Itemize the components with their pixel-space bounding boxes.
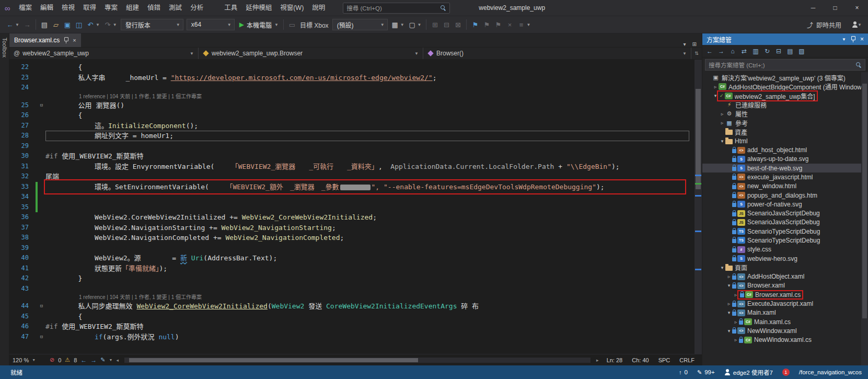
code-line-31[interactable]: 31 環境。設定 EnvyronmentVariable( 「WEBVIEW2_… <box>9 162 702 172</box>
solution-platform-combo[interactable]: x64▼ <box>187 19 235 30</box>
menu-project[interactable]: 專案 <box>100 0 122 16</box>
tree-item-power-of-native-svg[interactable]: Spower-of-native.svg <box>702 200 868 209</box>
line-number[interactable]: 37 <box>9 223 36 233</box>
tree-item-item[interactable]: ▹⚙屬性 <box>702 109 868 118</box>
menu-test[interactable]: 測試 <box>165 0 186 16</box>
project-dropdown[interactable]: @ webview2_sample_uwp ▼ <box>9 48 199 59</box>
menu-tools[interactable]: 工具 <box>220 0 241 16</box>
tree-item-style-css[interactable]: #style.css <box>702 245 868 254</box>
code-line-30[interactable]: 30#if 使用_WEBVIEW2_斯莫斯特 <box>9 151 702 162</box>
expander-icon[interactable]: ▹ <box>733 337 739 342</box>
dropdown-caret-icon[interactable]: ▼ <box>526 22 530 27</box>
current-branch[interactable]: /force_navigation_wcos <box>799 369 862 375</box>
expander-icon[interactable]: ▾ <box>726 328 732 334</box>
open-file-icon[interactable]: ▱ <box>50 21 62 29</box>
tree-item-newwindow-xaml-cs[interactable]: ▹C#NewWindow.xaml.cs <box>702 336 868 344</box>
tree-item-add-host-object-html[interactable]: <>add_host_object.html <box>702 145 868 154</box>
liveshare-session[interactable]: edge2 使用者7 <box>724 368 773 376</box>
error-icon[interactable]: ⊘ <box>50 357 54 363</box>
line-number[interactable]: 33 <box>9 182 36 192</box>
line-number[interactable]: 43 <box>9 284 36 294</box>
code-line-44[interactable]: 44⊟ 私人同步處理無效 WebView2_CoreWebView2Initia… <box>9 301 702 312</box>
tree-item-addhostobject-xaml[interactable]: ▹<>AddHostObject.xaml <box>702 272 868 281</box>
line-number[interactable]: 47 <box>9 332 36 342</box>
save-icon[interactable]: ▣ <box>62 21 73 29</box>
close-button[interactable]: × <box>846 0 868 16</box>
tree-scrollbar[interactable] <box>861 72 868 365</box>
error-count[interactable]: 0 <box>58 357 61 363</box>
code-line-28[interactable]: 28 網址列文字 = homeUr1; <box>9 131 702 141</box>
dropdown-caret-icon[interactable]: ▼ <box>400 22 404 27</box>
undo-icon[interactable]: ↶ <box>85 21 96 29</box>
tree-item-browser-xaml[interactable]: ▾<>Browser.xaml <box>702 281 868 290</box>
tree-item-html[interactable]: ▾Html <box>702 136 868 145</box>
code-line-40[interactable]: 40 WebView2。源 = 新 Uri(AddressBar.Text); <box>9 253 702 263</box>
scrollbar-thumb[interactable] <box>129 358 418 362</box>
member-dropdown[interactable]: Browser() ▼ <box>423 48 691 59</box>
column-indicator[interactable]: Ch: 40 <box>632 357 649 363</box>
line-number[interactable]: 46 <box>9 321 36 332</box>
tree-item-popups-and-dialogs-htm[interactable]: <>popups_and_dialogs.htm <box>702 191 868 200</box>
refresh-icon[interactable]: ↻ <box>762 48 772 55</box>
code-line-36[interactable]: 36 WebView2.CoreWebView2Initialized += W… <box>9 212 702 223</box>
scroll-left-icon[interactable]: ◂ <box>117 358 119 363</box>
code-line-39[interactable]: 39 <box>9 243 702 254</box>
menu-build[interactable]: 組建 <box>122 0 143 16</box>
tree-item-scenariojavascriptdebug[interactable]: JSScenarioJavaScriptDebug <box>702 209 868 217</box>
menu-view[interactable]: 檢視 <box>57 0 79 16</box>
expander-icon[interactable]: ▹ <box>712 84 719 89</box>
zoom-control[interactable]: 120 % ▼ <box>13 357 46 363</box>
account-avatar-icon[interactable] <box>852 21 858 28</box>
tree-item-scenariojavascriptdebug[interactable]: JSScenarioJavaScriptDebug <box>702 218 868 227</box>
notification-badge[interactable]: 1 <box>782 369 790 376</box>
collapse-all-icon[interactable]: ⊟ <box>773 48 784 55</box>
code-line-47[interactable]: 47⊟ if(args.例外狀況 null) <box>9 332 702 342</box>
live-share-button[interactable]: ⤴即時共用 <box>807 20 841 29</box>
line-number[interactable]: 26 <box>9 110 36 121</box>
expander-icon[interactable]: ▾ <box>726 283 732 288</box>
scroll-right-icon[interactable]: ▸ <box>596 358 599 363</box>
navbar-options-icon[interactable]: ⇅ <box>691 48 702 59</box>
dropdown-caret-icon[interactable]: ▼ <box>96 22 100 27</box>
code-line-42[interactable]: 42 } <box>9 273 702 284</box>
tree-item-new-window-html[interactable]: <>new_window.html <box>702 182 868 191</box>
fold-marker-icon[interactable]: ⊟ <box>38 332 45 342</box>
code-line-22[interactable]: 22 { <box>9 62 702 73</box>
tree-item-webview2-sample-uwp[interactable]: ▾✓C#webview2_sample_uwp集合] <box>702 91 868 100</box>
expander-icon[interactable]: ▹ <box>719 111 725 117</box>
save-all-icon[interactable]: ◫ <box>73 21 85 29</box>
quick-search-input[interactable]: 搜尋 (Ctrl+Q) <box>343 3 450 14</box>
expander-icon[interactable]: ▹ <box>719 120 725 125</box>
next-bookmark-icon[interactable]: ⚑ <box>492 21 504 29</box>
expander-icon[interactable]: ▾ <box>719 265 725 270</box>
codelens-indicator[interactable]: 1 reference | 104 天前 | 1 作者, 1 變更 | 1 個工… <box>9 294 702 301</box>
tree-item-executejavascript-xaml[interactable]: ▹<>ExecuteJavascript.xaml <box>702 299 868 308</box>
menu-debug[interactable]: 偵錯 <box>143 0 165 16</box>
fold-marker-icon[interactable]: ⊟ <box>38 100 45 111</box>
code-editor[interactable]: 22 {23 私人字串 _homeUrl = "https://develope… <box>9 60 702 354</box>
dropdown-caret-icon[interactable]: ▼ <box>15 22 19 27</box>
code-line-43[interactable]: 43 <box>9 284 702 294</box>
line-number[interactable]: 28 <box>9 131 36 141</box>
menu-file[interactable]: 檔案 <box>15 0 36 16</box>
debug-profile-combo[interactable]: (預設)▼ <box>332 19 388 30</box>
tree-item-main-xaml[interactable]: ▾<>Main.xaml <box>702 308 868 317</box>
line-number[interactable]: 44 <box>9 301 36 312</box>
horizontal-scrollbar[interactable] <box>124 358 591 363</box>
tree-item-newwindow-xaml[interactable]: ▾<>NewWindow.xaml <box>702 326 868 335</box>
line-number[interactable]: 24 <box>9 83 36 93</box>
navigate-back-icon[interactable]: ← <box>80 357 87 364</box>
tree-item-webview-hero-svg[interactable]: Swebview-hero.svg <box>702 254 868 263</box>
pin-icon[interactable] <box>64 37 68 43</box>
pencil-icon[interactable]: ✎ <box>100 357 105 363</box>
capture-icon[interactable]: ▢ <box>407 21 418 29</box>
code-line-27[interactable]: 27 這。InitializeComponent(); <box>9 121 702 131</box>
expander-icon[interactable]: ▾ <box>719 139 725 144</box>
pin-icon[interactable] <box>851 36 855 42</box>
fold-marker-icon[interactable]: ⊟ <box>38 301 45 312</box>
app-toolbar-icon[interactable]: ▦ <box>389 21 401 29</box>
minimize-button[interactable]: ─ <box>802 0 824 16</box>
menu-edit[interactable]: 編輯 <box>36 0 57 16</box>
code-line-45[interactable]: 45 { <box>9 312 702 322</box>
code-line-32[interactable]: 32尾端 <box>9 171 702 182</box>
